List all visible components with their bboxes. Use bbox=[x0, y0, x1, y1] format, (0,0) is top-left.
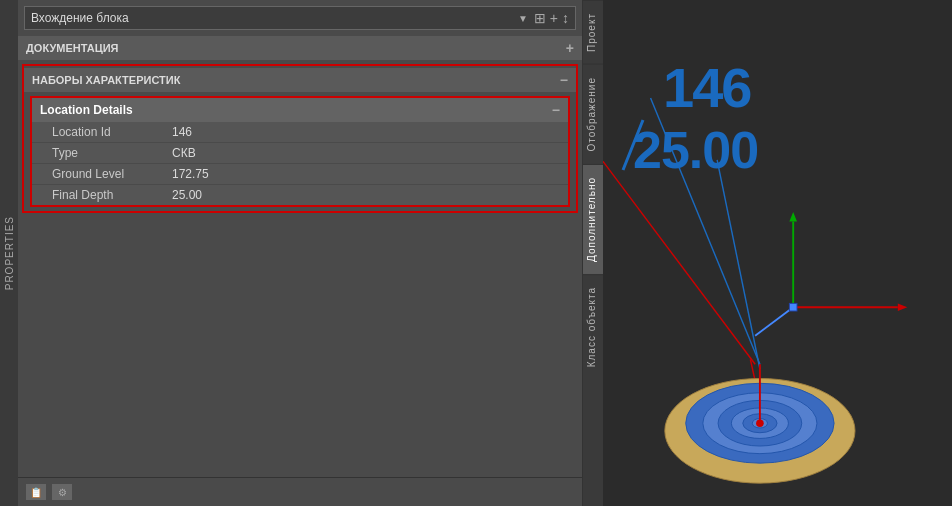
bottom-toolbar: 📋 ⚙ bbox=[18, 477, 582, 506]
properties-tab-label: PROPERTIES bbox=[4, 216, 15, 290]
move-icon[interactable]: ↕ bbox=[562, 10, 569, 26]
location-details-toggle[interactable]: − bbox=[552, 102, 560, 118]
drawing-svg bbox=[603, 0, 952, 506]
location-details-label: Location Details bbox=[40, 103, 133, 117]
type-label: Type bbox=[52, 146, 172, 160]
right-tab-class-label: Класс объекта bbox=[586, 287, 597, 367]
toolbar-icons: ⊞ + ↕ bbox=[534, 10, 569, 26]
right-tab-project-label: Проект bbox=[586, 13, 597, 52]
characteristics-section[interactable]: НАБОРЫ ХАРАКТЕРИСТИК − bbox=[24, 68, 576, 92]
location-details-block: Location Details − Location Id 146 Type … bbox=[30, 96, 570, 207]
right-tabs: Проект Отображение Дополнительно Класс о… bbox=[583, 0, 603, 506]
final-depth-value: 25.00 bbox=[172, 188, 560, 202]
documentation-toggle[interactable]: + bbox=[566, 40, 574, 56]
svg-line-19 bbox=[623, 120, 643, 170]
block-dropdown[interactable]: Вхождение блока ▼ ⊞ + ↕ bbox=[24, 6, 576, 30]
properties-panel: Вхождение блока ▼ ⊞ + ↕ ДОКУМЕНТАЦИЯ + Н… bbox=[18, 0, 583, 506]
dimension-146: 146 bbox=[663, 55, 750, 120]
right-tab-display-label: Отображение bbox=[586, 77, 597, 152]
diagonal-line bbox=[618, 115, 648, 175]
copy-icon[interactable]: 📋 bbox=[26, 484, 46, 500]
right-tab-additional[interactable]: Дополнительно bbox=[583, 164, 603, 274]
svg-line-3 bbox=[717, 160, 760, 369]
property-type: Type СКВ bbox=[32, 143, 568, 164]
svg-rect-9 bbox=[789, 303, 797, 311]
drawing-area: 146 25.00 bbox=[603, 0, 952, 506]
dropdown-arrow-icon: ▼ bbox=[518, 13, 528, 24]
characteristics-label: НАБОРЫ ХАРАКТЕРИСТИК bbox=[32, 74, 180, 86]
dropdown-text: Вхождение блока bbox=[31, 11, 514, 25]
location-id-label: Location Id bbox=[52, 125, 172, 139]
final-depth-label: Final Depth bbox=[52, 188, 172, 202]
dimension-2500: 25.00 bbox=[633, 120, 758, 180]
type-value: СКВ bbox=[172, 146, 560, 160]
characteristics-outline: НАБОРЫ ХАРАКТЕРИСТИК − Location Details … bbox=[22, 64, 578, 213]
ground-level-value: 172.75 bbox=[172, 167, 560, 181]
location-details-header[interactable]: Location Details − bbox=[32, 98, 568, 122]
location-id-value: 146 bbox=[172, 125, 560, 139]
svg-line-8 bbox=[755, 307, 793, 336]
right-tab-class[interactable]: Класс объекта bbox=[583, 274, 603, 379]
settings-icon[interactable]: ⚙ bbox=[52, 484, 72, 500]
svg-marker-5 bbox=[898, 303, 908, 311]
right-tab-display[interactable]: Отображение bbox=[583, 64, 603, 164]
ground-level-label: Ground Level bbox=[52, 167, 172, 181]
documentation-section[interactable]: ДОКУМЕНТАЦИЯ + bbox=[18, 36, 582, 60]
grid-icon[interactable]: ⊞ bbox=[534, 10, 546, 26]
plus-icon[interactable]: + bbox=[550, 10, 558, 26]
svg-marker-7 bbox=[789, 212, 797, 222]
property-final-depth: Final Depth 25.00 bbox=[32, 185, 568, 205]
documentation-label: ДОКУМЕНТАЦИЯ bbox=[26, 42, 119, 54]
properties-tab[interactable]: PROPERTIES bbox=[0, 0, 18, 506]
property-location-id: Location Id 146 bbox=[32, 122, 568, 143]
characteristics-toggle[interactable]: − bbox=[560, 72, 568, 88]
property-ground-level: Ground Level 172.75 bbox=[32, 164, 568, 185]
right-tab-additional-label: Дополнительно bbox=[586, 177, 597, 262]
right-tab-project[interactable]: Проект bbox=[583, 0, 603, 64]
